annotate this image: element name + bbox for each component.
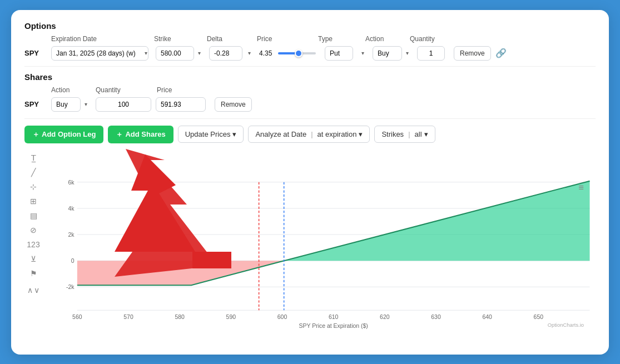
option-remove-button[interactable]: Remove: [454, 46, 491, 61]
shares-header: Action Quantity Price: [24, 86, 596, 94]
svg-text:600: 600: [277, 313, 287, 320]
update-prices-button[interactable]: Update Prices ▾: [178, 126, 244, 143]
dropdown-icon-strikes: ▾: [424, 130, 428, 138]
dropdown-icon-analyze: ▾: [359, 130, 363, 138]
point-tool-icon[interactable]: ⊹: [30, 182, 37, 191]
svg-text:OptionCharts.io: OptionCharts.io: [548, 321, 584, 327]
add-shares-button[interactable]: ＋ Add Shares: [108, 126, 173, 143]
option-quantity-input[interactable]: [417, 46, 445, 61]
options-header: Expiration Date Strike Delta Price Type …: [24, 35, 596, 43]
delta-select[interactable]: -0.28: [209, 46, 242, 61]
share-price-input[interactable]: [156, 97, 206, 112]
svg-text:640: 640: [482, 313, 492, 320]
shares-title: Shares: [24, 72, 596, 82]
eye-tool-icon[interactable]: ⊘: [30, 226, 37, 235]
shares-row: SPY Buy Remove: [24, 97, 596, 119]
expiration-select[interactable]: Jan 31, 2025 (28 days) (w): [51, 46, 148, 61]
share-ticker: SPY: [24, 100, 51, 108]
svg-text:580: 580: [175, 313, 185, 320]
shares-header-price: Price: [157, 86, 212, 94]
header-expiration: Expiration Date: [51, 35, 154, 43]
svg-text:≡: ≡: [578, 182, 584, 193]
option-action-select[interactable]: Buy: [373, 46, 402, 61]
loss-area: [77, 261, 284, 285]
svg-text:-2k: -2k: [66, 284, 75, 290]
toolbar: ＋ Add Option Leg ＋ Add Shares Update Pri…: [24, 126, 596, 143]
number-tool-icon[interactable]: 123: [27, 240, 39, 249]
svg-text:4k: 4k: [68, 206, 75, 212]
dropdown-icon-update: ▾: [232, 130, 236, 138]
shares-header-action: Action: [51, 86, 96, 94]
shares-section: Shares Action Quantity Price SPY Buy Rem…: [24, 72, 596, 119]
share-remove-button[interactable]: Remove: [215, 97, 252, 112]
svg-text:610: 610: [329, 313, 339, 320]
chart-container: T̲ ╱ ⊹ ⊞ ▤ ⊘ 123 ⊻ ⚑ ∧ ∨ Expected Profit…: [24, 149, 596, 343]
chevron-down-icon[interactable]: ∨: [34, 286, 39, 295]
shares-header-qty: Quantity: [96, 86, 157, 94]
chart-icon-panel: T̲ ╱ ⊹ ⊞ ▤ ⊘ 123 ⊻ ⚑ ∧ ∨: [24, 149, 42, 343]
table-tool-icon[interactable]: ▤: [30, 211, 37, 220]
svg-text:SPY Price at Expiration ($): SPY Price at Expiration ($): [299, 322, 368, 328]
svg-text:620: 620: [380, 313, 390, 320]
header-type: Type: [318, 35, 365, 43]
type-select[interactable]: Put: [325, 46, 353, 61]
svg-text:590: 590: [226, 313, 236, 320]
options-title: Options: [24, 21, 596, 31]
svg-text:560: 560: [72, 313, 82, 320]
plus-icon-shares: ＋: [116, 129, 123, 139]
grid-tool-icon[interactable]: ⊞: [30, 197, 37, 206]
analyze-at-date-button[interactable]: Analyze at Date | at expiration ▾: [248, 126, 370, 143]
options-section: Options Expiration Date Strike Delta Pri…: [24, 21, 596, 72]
option-price: 4.35: [259, 49, 276, 57]
text-tool-icon[interactable]: T̲: [31, 153, 36, 162]
plus-icon: ＋: [32, 129, 39, 139]
slider-thumb: [295, 49, 302, 57]
svg-text:630: 630: [431, 313, 441, 320]
share-action-select[interactable]: Buy: [51, 97, 81, 112]
header-quantity: Quantity: [410, 35, 443, 43]
link-icon: 🔗: [495, 48, 507, 58]
share-quantity-input[interactable]: [96, 97, 151, 112]
price-slider[interactable]: [278, 52, 316, 54]
header-strike: Strike: [154, 35, 207, 43]
svg-text:6k: 6k: [68, 179, 75, 185]
header-action: Action: [365, 35, 410, 43]
header-delta: Delta: [207, 35, 257, 43]
option-ticker: SPY: [24, 49, 51, 57]
add-option-leg-button[interactable]: ＋ Add Option Leg: [24, 126, 103, 143]
strike-select[interactable]: 580.00: [156, 46, 194, 61]
options-row: SPY Jan 31, 2025 (28 days) (w) 580.00 -0…: [24, 46, 596, 67]
chart-wrapper: Expected Profit & Loss ($) 6k 4k 2k 0 -2…: [42, 149, 596, 343]
svg-text:650: 650: [534, 313, 544, 320]
chevron-up-icon[interactable]: ∧: [27, 286, 33, 295]
flag-tool-icon[interactable]: ⚑: [30, 269, 37, 278]
svg-text:2k: 2k: [68, 232, 75, 238]
svg-text:0: 0: [71, 258, 75, 264]
strikes-button[interactable]: Strikes | all ▾: [374, 126, 435, 143]
main-card: Options Expiration Date Strike Delta Pri…: [11, 10, 609, 355]
line-tool-icon[interactable]: ╱: [31, 168, 36, 177]
svg-text:570: 570: [123, 313, 133, 320]
header-price: Price: [257, 35, 318, 43]
axis-tool-icon[interactable]: ⊻: [31, 255, 36, 263]
profit-loss-chart: Expected Profit & Loss ($) 6k 4k 2k 0 -2…: [42, 149, 596, 343]
